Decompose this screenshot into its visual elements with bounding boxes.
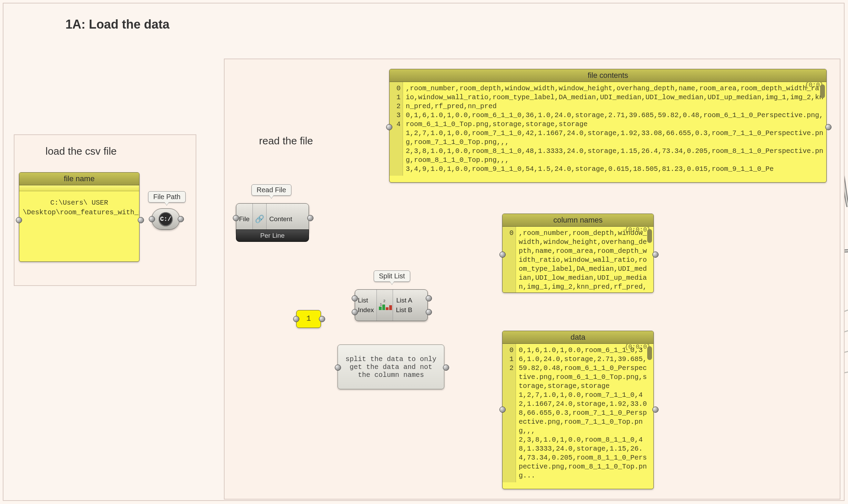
file-path-grip-in[interactable]: [149, 216, 155, 222]
drive-icon: C:/: [159, 212, 173, 226]
panel-file-contents-scroll[interactable]: [820, 84, 825, 98]
note-split-explain[interactable]: split the data to only get the data and …: [338, 344, 444, 389]
panel-data-gutter: 0 1 2: [503, 344, 516, 482]
file-path-component[interactable]: C:/: [152, 208, 180, 230]
panel-column-names-path: {0;0;0}: [624, 226, 651, 233]
panel-data-path: {0;0;0}: [624, 343, 651, 350]
read-file-in-file[interactable]: File: [239, 215, 250, 223]
panel-column-names-scroll[interactable]: [647, 229, 652, 243]
panel-file-name-grip-out[interactable]: [138, 217, 144, 223]
panel-data[interactable]: data {0;0;0} 0 1 2 0,1,6,1.0,1,0.0,room_…: [502, 331, 654, 489]
panel-file-contents-body: ,room_number,room_depth,window_width,win…: [403, 82, 826, 176]
read-file-grip-out[interactable]: [307, 215, 313, 221]
panel-column-names-header: column names: [503, 214, 653, 227]
panel-file-name-text: C:\Users\ USER \Desktop\room_features_wi…: [19, 191, 139, 224]
panel-file-name-header: file name: [19, 173, 139, 185]
split-list-in-index[interactable]: Index: [358, 306, 374, 314]
link-icon: 🔗: [255, 215, 264, 224]
read-file-per-line[interactable]: Per Line: [236, 229, 309, 242]
split-list-grip-in-index[interactable]: [352, 309, 358, 315]
split-list-label: Split List: [374, 270, 410, 282]
panel-column-names-gutter: 0: [503, 227, 516, 293]
split-list-grip-in-list[interactable]: [352, 295, 358, 301]
panel-column-names-grip-in[interactable]: [499, 251, 506, 258]
panel-file-contents-header: file contents: [390, 69, 826, 82]
group-load-csv-title: load the csv file: [45, 145, 117, 157]
panel-data-body: 0,1,6,1.0,1,0.0,room_6_1_1_0,36,1.0,24.0…: [516, 344, 653, 482]
panel-data-scroll[interactable]: [647, 346, 652, 360]
file-path-grip-out[interactable]: [178, 216, 184, 222]
panel-data-grip-out[interactable]: [652, 407, 659, 413]
read-file-grip-in[interactable]: [233, 215, 239, 221]
panel-column-names[interactable]: column names {0;0;0} 0 ,room_number,room…: [502, 214, 654, 293]
group-read-file-title: read the file: [259, 135, 313, 147]
panel-file-name[interactable]: file name C:\Users\ USER \Desktop\room_f…: [19, 172, 139, 262]
panel-index-value[interactable]: 1: [296, 310, 321, 328]
split-list-out-b[interactable]: List B: [396, 306, 412, 314]
split-list-out-a[interactable]: List A: [396, 297, 412, 304]
outer-group-title: 1A: Load the data: [65, 17, 169, 32]
note-grip-out[interactable]: [443, 364, 449, 371]
split-list-component[interactable]: List Index 2 1 List A List B: [355, 289, 428, 321]
panel-file-name-grip-in[interactable]: [16, 217, 22, 223]
panel-index-grip-out[interactable]: [319, 316, 325, 322]
read-file-label: Read File: [251, 184, 291, 196]
panel-data-grip-in[interactable]: [499, 407, 506, 413]
split-list-in-list[interactable]: List: [358, 297, 374, 304]
file-path-label: File Path: [148, 191, 186, 203]
split-list-grip-out-b[interactable]: [426, 309, 432, 315]
read-file-out-content[interactable]: Content: [269, 215, 292, 223]
note-grip-in[interactable]: [335, 364, 341, 371]
panel-file-contents[interactable]: file contents {0;0} 0 1 2 3 4 ,room_numb…: [389, 69, 827, 183]
panel-column-names-grip-out[interactable]: [652, 251, 659, 258]
split-list-icon: 2 1: [379, 300, 391, 310]
panel-index-grip-in[interactable]: [293, 316, 299, 322]
panel-file-contents-grip-in[interactable]: [386, 124, 392, 130]
panel-file-contents-grip-out[interactable]: [825, 124, 831, 130]
panel-column-names-body: ,room_number,room_depth,window_width,win…: [516, 227, 653, 293]
panel-data-header: data: [503, 331, 653, 344]
split-list-grip-out-a[interactable]: [426, 295, 432, 301]
